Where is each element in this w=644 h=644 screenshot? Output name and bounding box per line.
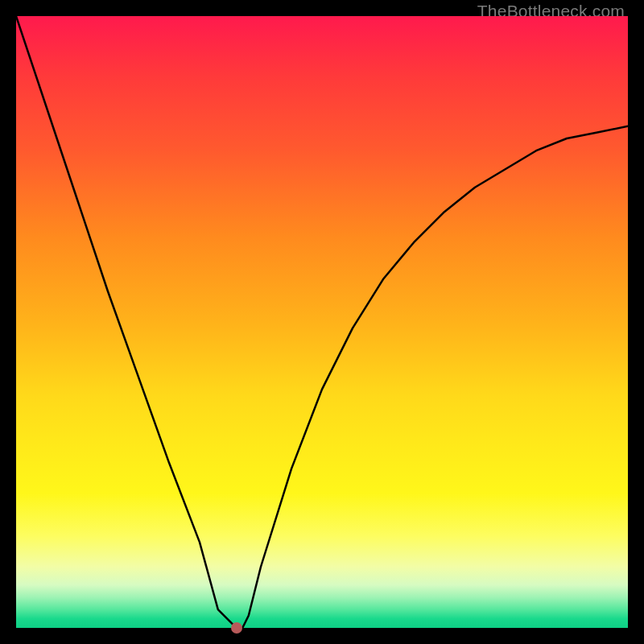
bottleneck-curve <box>16 16 628 628</box>
chart-frame: TheBottleneck.com <box>0 0 644 644</box>
valley-marker <box>231 622 242 634</box>
plot-area <box>16 16 628 628</box>
